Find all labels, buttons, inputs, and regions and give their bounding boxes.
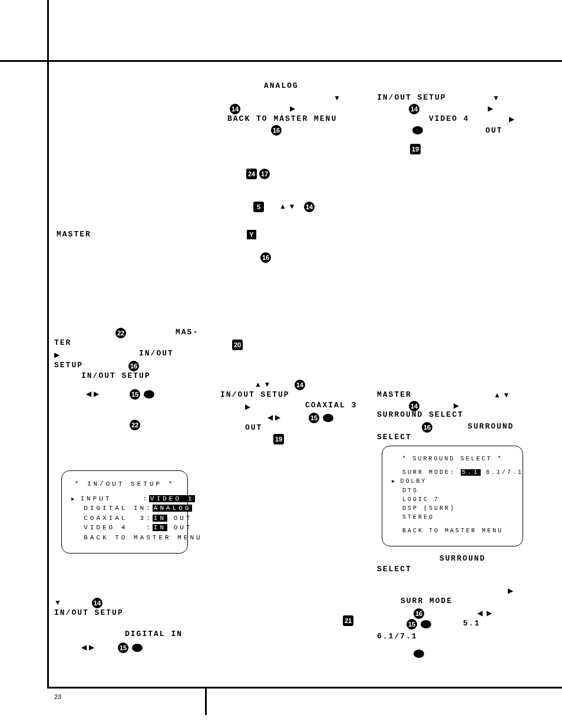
label-inoutsetup-l: IN/OUT SETUP: [81, 371, 151, 380]
arrow-down-icon: [333, 93, 340, 102]
osd2-row-dolby: DOLBY: [392, 477, 513, 486]
badge-14: 14: [230, 104, 240, 114]
arrow-down-icon-l: [54, 598, 61, 607]
arrows-ud-r: [494, 390, 510, 399]
y-label: Y: [247, 230, 256, 239]
badge-22-b: 22: [130, 420, 140, 430]
badge-14-tr: 14: [409, 104, 419, 114]
badge-19-tr: 19: [410, 144, 421, 154]
badge-16: 16: [271, 125, 282, 136]
label-master: MASTER: [57, 230, 91, 239]
set-dot-l1: [144, 389, 154, 398]
arrow-right-icon-tr2: [509, 114, 514, 123]
badge-16-r: 16: [422, 422, 432, 433]
arrow-right-r2: [508, 586, 513, 595]
osd-inout-setup: * IN/OUT SETUP * INPUT :VIDEO 1 DIGITAL …: [61, 470, 188, 554]
arrow-right-icon-c: [245, 402, 250, 411]
arrows-updown-icon: [279, 202, 295, 210]
badge-21: 21: [343, 615, 353, 626]
badge-24: 24: [246, 169, 257, 179]
frame-top-hline: [0, 60, 562, 62]
badge-5: 5: [253, 202, 264, 212]
label-51: 5.1: [463, 619, 480, 628]
footer-divider-vline: [205, 689, 207, 715]
osd2-row-back: BACK TO MASTER MENU: [392, 526, 513, 535]
arrows-lr-c: [267, 413, 280, 421]
label-inout: IN/OUT: [139, 349, 174, 358]
label-coaxial3: COAXIAL 3: [305, 401, 357, 410]
badge-15-r: 15: [406, 619, 417, 630]
label-select-r2: SELECT: [377, 565, 412, 574]
arrows-lr-l1: [86, 389, 99, 398]
arrow-right-icon-tr: [488, 104, 493, 113]
osd2-row-dsp: DSP (SURR): [392, 504, 513, 513]
frame-bottom-hline: [47, 687, 562, 689]
arrow-right-icon-l1: [54, 350, 59, 359]
badge-15-c: 15: [309, 413, 319, 423]
arrow-right-r: [454, 401, 459, 410]
label-master-r: MASTER: [377, 390, 412, 399]
badge-14-l2: 14: [92, 598, 103, 608]
badge-15-l2: 15: [118, 643, 128, 653]
badge-19-c: 19: [273, 434, 284, 444]
osd1-row-back: BACK TO MASTER MENU: [71, 533, 178, 543]
badge-20: 20: [232, 340, 243, 350]
badge-15-l1: 15: [130, 389, 140, 400]
osd1-title: * IN/OUT SETUP *: [71, 479, 178, 489]
label-select-r: SELECT: [377, 433, 412, 442]
label-6171: 6.1/7.1: [377, 632, 418, 641]
osd1-row-digin: DIGITAL IN:ANALOG: [71, 503, 178, 513]
osd2-row-mode: SURR MODE: 5.1 6.1/7.1: [392, 468, 513, 477]
osd-surround-select: * SURROUND SELECT * SURR MODE: 5.1 6.1/7…: [382, 446, 523, 546]
badge-16-mid: 16: [260, 252, 271, 263]
badge-16-r2: 16: [414, 608, 424, 619]
arrow-down-icon-2: [492, 93, 500, 102]
osd1-row-vid4: VIDEO 4 :IN OUT: [71, 523, 178, 533]
osd2-row-stereo: STEREO: [392, 513, 513, 522]
label-surround-r2: SURROUND: [439, 554, 485, 563]
label-inout-setup-tr: IN/OUT SETUP: [377, 93, 447, 102]
arrow-right-icon: [290, 104, 295, 113]
label-surr-mode: SURR MODE: [401, 597, 452, 605]
label-analog: ANALOG: [264, 81, 299, 90]
osd2-row-dts: DTS: [392, 486, 513, 495]
label-surround-select: SURROUND SELECT: [377, 410, 464, 419]
osd1-row-coax: COAXIAL 3:IN OUT: [71, 513, 178, 523]
badge-14-c: 14: [295, 380, 305, 390]
badge-14-mid: 14: [304, 202, 315, 212]
label-inoutsetup-c: IN/OUT SETUP: [220, 390, 290, 399]
arrows-lr-r: [477, 608, 492, 617]
frame-left-vline: [47, 0, 49, 687]
label-ter: TER: [54, 338, 71, 347]
osd1-row-input: INPUT :VIDEO 1: [71, 494, 178, 504]
arrows-lr-l2: [81, 643, 94, 651]
badge-22-a: 22: [115, 328, 126, 338]
set-dot-tr: [412, 125, 423, 134]
label-back-to-master: BACK TO MASTER MENU: [227, 114, 337, 123]
set-dot-l2: [132, 643, 143, 652]
set-dot-c: [323, 413, 333, 422]
set-dot-r2: [414, 648, 424, 658]
osd2-row-logic7: LOGIC 7: [392, 495, 513, 504]
arrows-ud-c: [254, 380, 270, 388]
label-out-c: OUT: [245, 423, 262, 432]
osd2-title: * SURROUND SELECT *: [392, 454, 513, 463]
label-digital-in: DIGITAL IN: [125, 630, 183, 638]
label-video4: VIDEO 4: [429, 114, 470, 123]
badge-17: 17: [259, 169, 270, 179]
label-setup: SETUP: [54, 361, 83, 370]
label-inoutsetup-l2: IN/OUT SETUP: [54, 608, 124, 617]
label-mas: MAS-: [176, 328, 199, 337]
badge-16-l: 16: [128, 361, 139, 371]
label-surround-r: SURROUND: [468, 422, 514, 431]
set-dot-r: [421, 619, 431, 628]
page-number: 23: [54, 693, 61, 700]
label-out-tr: OUT: [485, 126, 503, 135]
